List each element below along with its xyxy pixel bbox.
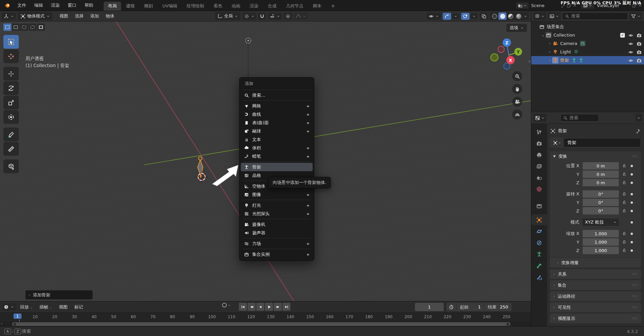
xray-toggle-button[interactable]: [480, 13, 488, 20]
add-menu-item-text[interactable]: a文本: [241, 135, 313, 144]
show-overlays-button[interactable]: [461, 13, 470, 20]
orthographic-toggle-button[interactable]: [512, 109, 522, 119]
object-name-field[interactable]: 骨架: [550, 138, 641, 147]
timeline-scrollbar[interactable]: [0, 322, 531, 327]
light-data-icon[interactable]: [574, 49, 579, 54]
properties-options-button[interactable]: [635, 114, 642, 122]
field-value[interactable]: 0°: [583, 190, 619, 198]
add-menu-item-metaball[interactable]: 融球▶: [241, 127, 313, 135]
pan-button[interactable]: [512, 84, 522, 94]
properties-tab-render[interactable]: [531, 138, 547, 149]
properties-tab-collection[interactable]: [531, 200, 547, 211]
armature-pose-icon[interactable]: [572, 58, 577, 63]
transform-panel-header[interactable]: ▼ 变换 ∷∷: [550, 151, 641, 161]
timeline-ruler[interactable]: 1102030405060708090100110120130140150160…: [0, 313, 531, 322]
camera-view-button[interactable]: [512, 97, 522, 107]
lock-icon[interactable]: [621, 164, 628, 168]
panel-集合[interactable]: › 集合 ∷∷: [550, 280, 641, 290]
lock-icon[interactable]: [621, 181, 628, 185]
select-mode-lasso[interactable]: [29, 23, 37, 31]
hide-eye-icon[interactable]: [628, 33, 633, 38]
animate-dot[interactable]: [631, 201, 633, 204]
workspace-tab-6[interactable]: 动画: [227, 2, 245, 11]
expander-icon[interactable]: ⌄: [541, 33, 545, 37]
add-menu-item-grease-pencil[interactable]: 蜡笔▶: [241, 152, 313, 160]
add-workspace-button[interactable]: +: [326, 2, 339, 11]
expander-icon[interactable]: ›: [547, 58, 552, 62]
properties-filter-toggle-button[interactable]: [533, 114, 546, 122]
viewport-menu-0[interactable]: 视图: [56, 13, 71, 19]
properties-tab-object[interactable]: [531, 214, 547, 225]
camera-data-icon[interactable]: [580, 41, 586, 46]
properties-tab-physics[interactable]: [531, 226, 547, 237]
show-overlays-dropdown[interactable]: [471, 13, 478, 19]
lock-icon[interactable]: [621, 200, 628, 204]
disable-render-icon[interactable]: [637, 49, 642, 55]
select-mode-tweak[interactable]: [3, 23, 11, 31]
blender-logo-icon[interactable]: [0, 0, 13, 11]
properties-tab-world[interactable]: [531, 184, 547, 194]
operator-panel[interactable]: › 添加骨架: [25, 290, 93, 299]
annotate-tool[interactable]: [3, 128, 19, 141]
mode-selector[interactable]: 物体模式: [18, 12, 52, 20]
panel-grip-icon[interactable]: ∷∷: [632, 283, 637, 287]
show-gizmo-button[interactable]: [443, 13, 451, 20]
add-menu-item-armature[interactable]: 骨架: [241, 163, 313, 171]
add-menu-item-image[interactable]: 图像▶: [241, 190, 313, 199]
outliner-filter-button[interactable]: [629, 12, 642, 20]
shading-material-button[interactable]: [506, 12, 515, 20]
breadcrumb-label[interactable]: 骨架: [558, 128, 567, 134]
properties-tab-output[interactable]: [531, 149, 547, 160]
snap-toggle-button[interactable]: [258, 13, 266, 20]
armature-pose-icon[interactable]: [579, 58, 584, 63]
timeline-menu-3[interactable]: 标记: [71, 304, 86, 310]
field-value[interactable]: 1.000: [583, 230, 619, 237]
add-menu-item-speaker[interactable]: 扬声器: [241, 229, 313, 237]
object-id-icon[interactable]: [550, 138, 564, 147]
field-value[interactable]: 1.000: [583, 238, 619, 246]
animate-dot[interactable]: [631, 241, 633, 243]
animate-dot[interactable]: [631, 173, 633, 176]
add-menu-item-mesh[interactable]: ▼网格▶: [241, 102, 313, 110]
panel-视图显示[interactable]: › 视图显示 ∷∷: [550, 314, 641, 323]
zoom-button[interactable]: [512, 71, 522, 81]
panel-grip-icon[interactable]: ∷∷: [632, 272, 637, 276]
hide-eye-icon[interactable]: [628, 49, 633, 55]
scene-name[interactable]: Scene: [530, 3, 559, 8]
workspace-tab-5[interactable]: 着色: [209, 2, 226, 11]
outliner-row-Light[interactable]: › Light: [531, 48, 644, 56]
panel-grip-icon[interactable]: ∷∷: [632, 294, 637, 298]
jump-to-end-button[interactable]: [282, 303, 290, 311]
add-menu-item-magnifier[interactable]: 搜索...: [241, 91, 313, 99]
lock-icon[interactable]: [621, 240, 628, 244]
jump-to-start-button[interactable]: [239, 303, 247, 311]
hide-eye-icon[interactable]: [628, 58, 633, 63]
select-mode-circle[interactable]: [20, 23, 28, 31]
properties-tab-bone[interactable]: [531, 260, 547, 271]
add-menu-item-light[interactable]: 灯光▶: [241, 201, 313, 209]
workspace-tab-1[interactable]: 建模: [122, 2, 139, 11]
field-value[interactable]: 0 m: [583, 179, 619, 186]
use-preview-range-button[interactable]: [446, 303, 456, 311]
outliner-display-mode-button[interactable]: [533, 12, 546, 20]
animate-dot[interactable]: [631, 233, 633, 235]
animate-dot[interactable]: [631, 249, 633, 252]
select-tool[interactable]: [3, 35, 19, 49]
outliner-filter-mode-button[interactable]: [548, 12, 561, 20]
add-menu-item-force-field[interactable]: 力场▶: [241, 239, 313, 248]
add-menu-item-curve[interactable]: Ɔ曲线▶: [241, 110, 313, 118]
sidebar-collapse-icon[interactable]: ‹: [529, 59, 530, 64]
field-value[interactable]: 1.000: [583, 247, 619, 254]
outliner-row-场景集合[interactable]: 场景集合: [531, 22, 644, 31]
add-menu-item-collection-instance[interactable]: 集合实例▶: [241, 250, 313, 258]
properties-tab-view-layer[interactable]: [531, 161, 547, 172]
play-button[interactable]: [265, 303, 273, 311]
outliner-row-Collection[interactable]: ⌄ Collection ✓: [531, 31, 644, 39]
rotate-tool[interactable]: [3, 81, 19, 95]
topbar-menu-0[interactable]: 文件: [13, 2, 30, 8]
workspace-tab-3[interactable]: UV编辑: [158, 2, 181, 11]
axis-y-neg-ball[interactable]: [491, 54, 498, 61]
panel-可见性[interactable]: › 可见性 ∷∷: [550, 302, 641, 312]
shading-solid-button[interactable]: [498, 12, 506, 20]
lock-icon[interactable]: [621, 192, 628, 196]
